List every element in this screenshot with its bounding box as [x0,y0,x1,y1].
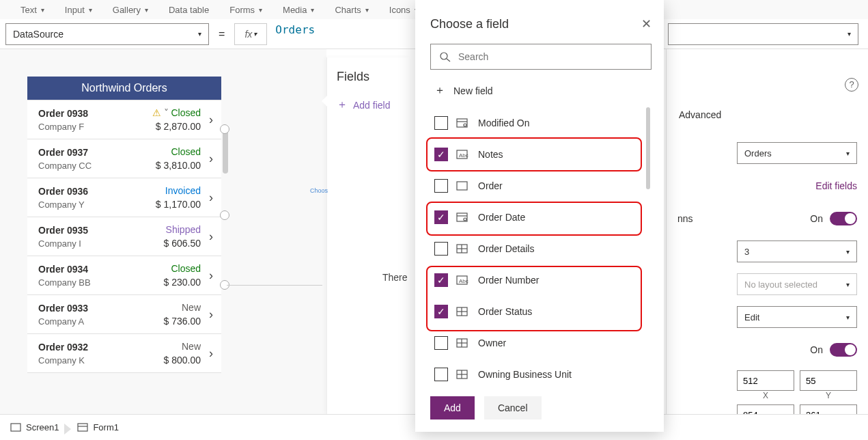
new-field-label: New field [453,85,493,96]
position-y-input[interactable] [800,370,857,391]
columns-select[interactable]: 3▾ [737,240,857,262]
warning-icon: ⚠ [152,107,161,118]
order-status: ⚠˅ Closed [152,107,201,118]
data-source-value: Orders [744,148,772,159]
chevron-right-icon: › [209,152,213,166]
field-option[interactable]: Order Status [430,296,652,327]
selection-handle[interactable] [220,124,229,134]
field-list: Modified OnAbcNotesOrderOrder DateOrder … [430,107,652,390]
field-search-input[interactable] [458,51,643,62]
order-row[interactable]: Order 0934Company BBClosed$ 230.00› [27,256,221,295]
formula-result-dropdown[interactable]: ▾ [668,23,858,45]
field-search-box[interactable] [430,44,652,70]
field-option[interactable]: Order Date [430,202,652,233]
columns-value: 3 [744,247,749,257]
order-company: Company CC [38,161,156,171]
help-icon[interactable]: ? [845,78,858,92]
order-row[interactable]: Order 0933Company ANew$ 736.00› [27,295,221,334]
order-company: Company Y [38,200,156,210]
order-row[interactable]: Order 0932Company KNew$ 800.00› [27,334,221,373]
add-button[interactable]: Add [430,396,475,420]
field-name-label: Order Number [478,275,539,286]
ribbon-text[interactable]: Text▾ [20,5,44,15]
order-row[interactable]: Order 0935Company IShipped$ 606.50› [27,217,221,256]
field-option[interactable]: AbcOrder Number [430,264,652,296]
field-option[interactable]: AbcNotes [430,139,652,170]
position-x-input[interactable] [737,370,794,391]
canvas-hint: Choos [310,187,328,194]
field-checkbox[interactable] [434,273,448,287]
edit-fields-link[interactable]: Edit fields [815,180,857,191]
order-company: Company I [38,238,164,249]
ribbon-forms[interactable]: Forms▾ [229,5,262,15]
order-company: Company A [38,316,164,327]
order-number: Order 0934 [38,264,164,275]
svg-rect-25 [11,424,20,431]
ribbon-charts[interactable]: Charts▾ [335,5,368,15]
close-icon[interactable]: ✕ [641,16,652,31]
selection-guideline [227,285,322,286]
ribbon-icons[interactable]: Icons▾ [389,5,418,15]
new-field-button[interactable]: ＋ New field [434,83,652,98]
ribbon-input[interactable]: Input▾ [65,5,92,15]
field-list-scrollbar[interactable] [646,107,650,189]
order-company: Company BB [38,277,164,288]
plus-icon: ＋ [337,98,348,112]
field-name-label: Owning Business Unit [478,369,572,380]
field-checkbox[interactable] [434,242,448,256]
canvas-empty-msg: There [382,272,408,283]
default-mode-select[interactable]: Edit▾ [737,306,857,328]
field-checkbox[interactable] [434,305,448,318]
layout-value: No layout selected [744,279,817,290]
breadcrumb-screen[interactable]: Screen1 [10,422,59,433]
field-option[interactable]: Order Details [430,233,652,264]
order-number: Order 0937 [38,147,156,158]
field-option[interactable]: Owning Business Unit [430,359,652,390]
field-name-label: Modified On [478,118,529,128]
ribbon-media[interactable]: Media▾ [283,5,314,15]
cancel-button[interactable]: Cancel [484,396,542,420]
order-row[interactable]: Order 0938Company F⚠˅ Closed$ 2,870.00› [27,100,221,139]
chevron-right-icon: › [209,346,213,361]
order-row[interactable]: Order 0937Company CCClosed$ 3,810.00› [27,139,221,178]
field-name-label: Owner [478,338,506,348]
field-type-icon [456,243,470,254]
order-row[interactable]: Order 0936Company YInvoiced$ 1,170.00› [27,178,221,217]
field-option[interactable]: Order [430,170,652,202]
field-checkbox[interactable] [434,368,448,381]
svg-point-4 [464,124,466,126]
chevron-down-icon: ▾ [198,30,201,38]
field-checkbox[interactable] [434,210,448,224]
ribbon-datatable[interactable]: Data table [169,5,209,15]
visible-toggle[interactable] [830,343,857,357]
chevron-down-icon: ▾ [848,30,851,38]
property-dropdown[interactable]: DataSource ▾ [5,23,209,45]
order-gallery[interactable]: Northwind Orders Order 0938Company F⚠˅ C… [27,77,221,373]
field-option[interactable]: Owner [430,327,652,359]
selection-handle[interactable] [220,210,229,220]
layout-select: No layout selected▾ [737,273,857,295]
breadcrumb-form[interactable]: Form1 [76,422,119,433]
x-axis-label: X [737,391,794,400]
order-price: $ 736.00 [164,316,201,327]
ribbon-gallery[interactable]: Gallery▾ [113,5,148,15]
screen-icon [10,422,22,433]
field-type-icon [456,369,470,380]
field-option[interactable]: Modified On [430,107,652,139]
fx-button[interactable]: fx▾ [234,23,267,45]
field-type-icon [456,180,470,191]
field-checkbox[interactable] [434,148,448,161]
popup-title: Choose a field [430,17,509,31]
chevron-right-icon: › [209,269,213,283]
fields-panel: Fields ＋ Add field [326,57,410,414]
field-type-icon [456,118,470,128]
add-field-button[interactable]: ＋ Add field [337,98,400,112]
field-checkbox[interactable] [434,116,448,130]
field-checkbox[interactable] [434,179,448,193]
properties-tab-advanced[interactable]: Advanced [679,109,721,120]
field-checkbox[interactable] [434,336,448,350]
field-type-icon: Abc [456,149,470,160]
data-source-select[interactable]: Orders▾ [737,142,857,164]
snap-toggle[interactable] [830,212,857,225]
default-mode-value: Edit [744,312,759,322]
